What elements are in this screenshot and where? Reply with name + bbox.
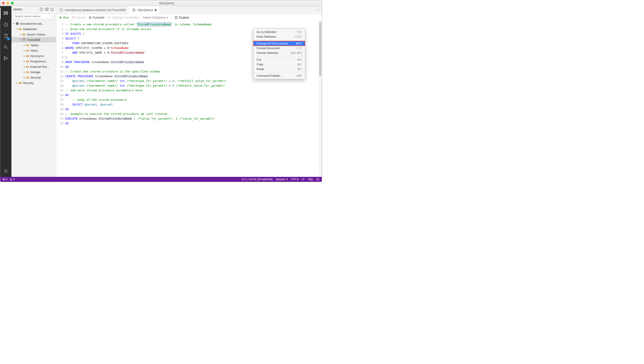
tab-sqlquery[interactable]: SQLQuery1 bbox=[129, 6, 160, 14]
scrollbar[interactable] bbox=[319, 21, 322, 177]
db-child-node[interactable]: ▸External Res… bbox=[12, 64, 56, 69]
status-warnings[interactable]: 0 bbox=[10, 178, 14, 181]
window-close-icon[interactable] bbox=[2, 2, 5, 5]
db-child-node[interactable]: ▸Programma… bbox=[12, 59, 56, 64]
menu-copy[interactable]: Copy⌘C bbox=[254, 62, 305, 67]
security-root-label: Security bbox=[23, 81, 34, 85]
explorer-icon[interactable]: 1 bbox=[0, 30, 12, 42]
db-child-node[interactable]: ▸Views bbox=[12, 48, 56, 53]
svg-point-18 bbox=[175, 16, 176, 17]
system-db-label: System Datab… bbox=[27, 33, 48, 36]
status-errors[interactable]: 0 bbox=[2, 178, 8, 181]
tutorialdb-node[interactable]: ▾ TutorialDB bbox=[12, 37, 56, 43]
folder-icon bbox=[18, 81, 22, 85]
db-child-node[interactable]: ▸Tables bbox=[12, 43, 56, 48]
window-minimize-icon[interactable] bbox=[6, 2, 9, 5]
chevron-right-icon: ▸ bbox=[23, 44, 26, 47]
window-maximize-icon[interactable] bbox=[11, 2, 14, 5]
menu-format-selection[interactable]: Format Selection[⌘K ⌘F] bbox=[254, 51, 305, 55]
history-icon[interactable] bbox=[0, 19, 12, 30]
feedback-icon[interactable] bbox=[316, 178, 320, 181]
tab-overflow-button[interactable]: ⋯ bbox=[314, 8, 322, 12]
toolbar-separator bbox=[171, 16, 172, 20]
chevron-down-icon: ▾ bbox=[12, 23, 16, 25]
security-node[interactable]: ▸ Security bbox=[12, 80, 56, 86]
server-icon bbox=[16, 22, 19, 25]
menu-cut[interactable]: Cut⌘X bbox=[254, 57, 305, 62]
settings-icon[interactable] bbox=[0, 166, 12, 177]
svg-point-4 bbox=[4, 57, 5, 58]
tutorialdb-label: TutorialDB bbox=[27, 38, 40, 42]
chevron-down-icon: ▾ bbox=[16, 28, 18, 30]
connect-label: Connect bbox=[92, 16, 104, 19]
folder-icon bbox=[26, 65, 29, 69]
change-connection-label: Change Connection bbox=[112, 16, 140, 19]
menu-goto-definition[interactable]: Go to DefinitionF12 bbox=[254, 30, 305, 34]
servers-icon[interactable] bbox=[0, 8, 12, 19]
editor-toolbar: Run Cancel Connect Change Connection Sel… bbox=[56, 14, 322, 21]
menu-format-document[interactable]: Format Document⌥⇧F bbox=[254, 46, 305, 51]
clear-search-icon[interactable]: × bbox=[51, 15, 53, 18]
source-control-icon[interactable] bbox=[0, 53, 12, 64]
select-database-dropdown[interactable]: Select Database ▾ bbox=[142, 16, 168, 20]
new-connection-icon[interactable] bbox=[40, 8, 44, 12]
db-child-label: Synonyms bbox=[30, 54, 44, 58]
server-search-field[interactable] bbox=[15, 15, 51, 18]
db-child-label: Views bbox=[30, 49, 38, 52]
menu-separator bbox=[254, 56, 305, 56]
database-icon bbox=[22, 38, 26, 42]
svg-point-19 bbox=[177, 16, 177, 17]
server-label: tutorialserver.dat… bbox=[20, 22, 44, 25]
editor-area: tutorialserver.database.windows.net:Tuto… bbox=[56, 6, 322, 177]
folder-icon bbox=[26, 49, 29, 52]
status-cursor[interactable]: Ln 1, Col 42 (19 selected) bbox=[242, 178, 272, 181]
new-group-icon[interactable] bbox=[45, 8, 49, 12]
chevron-right-icon: ▸ bbox=[23, 55, 26, 57]
svg-point-23 bbox=[317, 178, 319, 181]
db-child-node[interactable]: ▸Storage bbox=[12, 69, 56, 75]
dirty-indicator-icon bbox=[155, 9, 156, 11]
menu-change-all-occurrences[interactable]: Change All Occurrences⌘F2 bbox=[254, 41, 305, 46]
server-node[interactable]: ▾ tutorialserver.dat… bbox=[12, 21, 56, 26]
sidebar-title: SERVE.. bbox=[13, 8, 38, 11]
db-child-node[interactable]: ▸Security bbox=[12, 75, 56, 80]
system-db-node[interactable]: ▸ System Datab… bbox=[12, 32, 56, 37]
titlebar: SQLQuery1 bbox=[0, 0, 322, 6]
line-gutter: 12345678910111213141516171819202122 bbox=[56, 21, 65, 177]
search-icon[interactable] bbox=[0, 42, 12, 53]
menu-peek-definition[interactable]: Peek Definition⌥F12 bbox=[254, 34, 305, 39]
run-button[interactable]: Run bbox=[60, 16, 69, 19]
folder-icon bbox=[26, 76, 29, 79]
db-child-node[interactable]: ▸Synonyms bbox=[12, 53, 56, 59]
status-encoding[interactable]: UTF-8 bbox=[291, 178, 298, 181]
svg-point-12 bbox=[53, 10, 54, 11]
menu-paste[interactable]: Paste⌘V bbox=[254, 67, 305, 71]
cancel-button: Cancel bbox=[72, 16, 86, 19]
folder-icon bbox=[18, 27, 22, 31]
chevron-right-icon: ▸ bbox=[23, 76, 26, 79]
svg-rect-1 bbox=[4, 13, 8, 15]
status-eol[interactable]: LF bbox=[302, 178, 305, 181]
scrollbar-thumb[interactable] bbox=[319, 22, 321, 76]
cancel-label: Cancel bbox=[76, 16, 86, 19]
sql-file-icon bbox=[132, 8, 136, 12]
folder-icon bbox=[26, 60, 29, 63]
chevron-down-icon: ▾ bbox=[19, 39, 22, 41]
refresh-icon[interactable] bbox=[50, 8, 54, 12]
chevron-right-icon: ▸ bbox=[23, 60, 26, 63]
connect-button[interactable]: Connect bbox=[89, 16, 104, 19]
server-search-input[interactable]: × bbox=[13, 14, 54, 19]
explain-button[interactable]: Explain bbox=[175, 16, 189, 19]
svg-point-21 bbox=[177, 18, 177, 19]
tab-dashboard[interactable]: tutorialserver.database.windows.net:Tuto… bbox=[56, 6, 129, 14]
status-spaces[interactable]: Spaces: 4 bbox=[276, 178, 288, 181]
status-language[interactable]: SQL bbox=[308, 178, 313, 181]
svg-point-16 bbox=[133, 9, 135, 10]
menu-command-palette[interactable]: Command Palette…⇧⌘P bbox=[254, 73, 305, 78]
svg-point-3 bbox=[4, 46, 7, 48]
db-child-label: Programma… bbox=[30, 60, 48, 63]
db-child-label: Storage bbox=[30, 71, 40, 74]
activity-bar: 1 bbox=[0, 6, 12, 177]
db-child-label: External Res… bbox=[30, 65, 50, 69]
databases-node[interactable]: ▾ Databases bbox=[12, 26, 56, 32]
